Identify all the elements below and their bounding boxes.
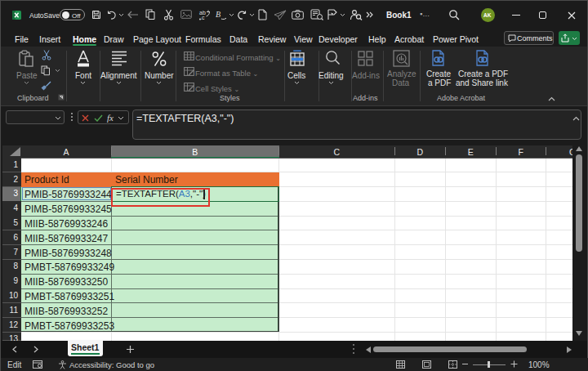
svg-text:B: B (216, 10, 220, 19)
svg-text:c: c (202, 15, 205, 20)
